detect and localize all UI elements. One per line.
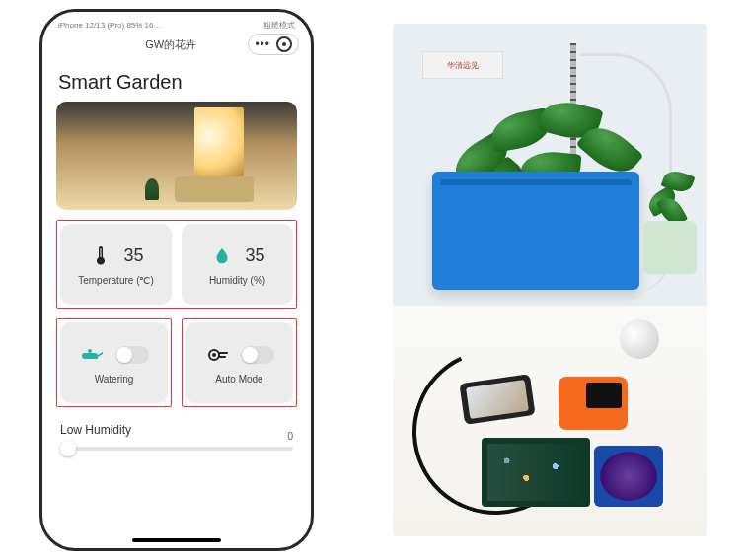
slider-value: 0	[287, 431, 293, 442]
status-bar: iPhone 12/13 (Pro) 85% 16… 粗糙模式	[52, 18, 301, 32]
temperature-value: 35	[123, 245, 143, 266]
temperature-card: 35 Temperature (℃)	[60, 224, 172, 305]
close-icon[interactable]	[276, 36, 292, 52]
home-indicator	[132, 538, 221, 542]
watering-can-icon	[80, 342, 106, 368]
temperature-unit: (℃)	[136, 275, 154, 286]
svg-point-3	[212, 353, 216, 357]
phone-frame: iPhone 12/13 (Pro) 85% 16… 粗糙模式 GW的花卉 ••…	[39, 9, 314, 551]
page-title: Smart Garden	[58, 71, 295, 94]
low-humidity-section: Low Humidity 0	[60, 423, 293, 451]
blue-container	[432, 172, 639, 290]
miniprogram-capsule[interactable]: •••	[248, 34, 299, 55]
auto-mode-card[interactable]: Auto Mode	[186, 322, 293, 403]
small-pot	[643, 221, 697, 274]
humidity-label: Humidity	[209, 275, 248, 286]
humidity-icon	[209, 244, 235, 269]
humidity-card: 35 Humidity (%)	[182, 224, 293, 305]
auto-mode-toggle[interactable]	[241, 346, 274, 364]
phone-on-desk	[459, 374, 535, 425]
auto-mode-label: Auto Mode	[215, 374, 262, 385]
watering-card[interactable]: Watering	[60, 322, 168, 403]
water-pump	[620, 319, 659, 359]
orange-device	[559, 377, 628, 430]
auto-mode-icon	[205, 342, 231, 368]
temperature-label: Temperature	[78, 275, 133, 286]
control-row: Watering Auto Mode	[56, 318, 297, 407]
more-icon[interactable]: •••	[255, 37, 270, 51]
wall-sign: 华清远见	[422, 51, 503, 79]
watering-label: Watering	[95, 374, 134, 385]
low-humidity-label: Low Humidity	[60, 423, 293, 437]
thermometer-icon	[88, 244, 113, 269]
hero-image	[56, 102, 297, 210]
status-left: iPhone 12/13 (Pro) 85% 16…	[58, 21, 162, 30]
round-pcb	[594, 446, 663, 507]
humidity-unit: (%)	[251, 275, 266, 286]
svg-point-1	[88, 349, 92, 353]
low-humidity-slider[interactable]: 0	[60, 447, 293, 451]
main-pcb	[482, 438, 590, 507]
svg-point-0	[99, 259, 103, 263]
watering-toggle[interactable]	[115, 346, 149, 364]
slider-thumb[interactable]	[60, 441, 76, 456]
hardware-photo: 华清远见	[393, 24, 707, 536]
sensor-row: 35 Temperature (℃) 35 Humidity (%)	[56, 220, 297, 309]
miniprogram-header: GW的花卉 •••	[52, 34, 301, 55]
miniprogram-title: GW的花卉	[94, 37, 248, 52]
status-right: 粗糙模式	[263, 20, 295, 31]
humidity-value: 35	[245, 245, 264, 266]
